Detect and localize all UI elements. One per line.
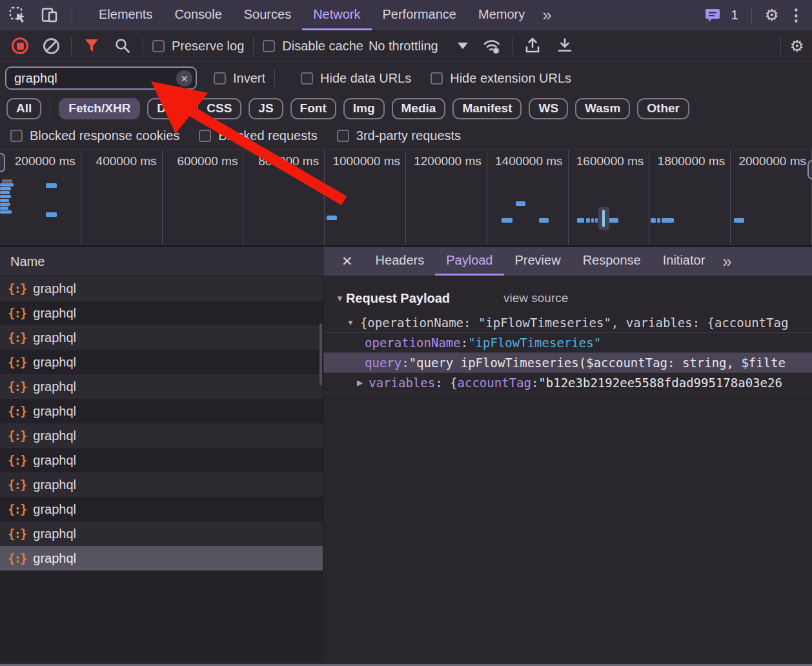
- timeline-request-bar[interactable]: [586, 218, 590, 223]
- device-toolbar-icon[interactable]: [41, 6, 59, 24]
- disable-cache-checkbox[interactable]: Disable cache: [263, 39, 363, 54]
- request-row[interactable]: {:}graphql: [0, 497, 323, 521]
- checkbox-box[interactable]: [214, 72, 226, 85]
- import-har-icon[interactable]: [522, 35, 543, 57]
- checkbox-box[interactable]: [199, 130, 211, 142]
- chip-img[interactable]: Img: [343, 98, 385, 119]
- chip-js[interactable]: JS: [249, 98, 283, 119]
- blocked-response-cookies-checkbox[interactable]: Blocked response cookies: [10, 128, 179, 143]
- details-tab-initiator[interactable]: Initiator: [652, 247, 716, 276]
- network-conditions-icon[interactable]: [481, 35, 503, 57]
- request-row[interactable]: {:}graphql: [0, 374, 323, 399]
- timeline-request-bar[interactable]: [46, 212, 57, 217]
- request-row[interactable]: {:}graphql: [0, 448, 323, 472]
- third-party-requests-checkbox[interactable]: 3rd-party requests: [337, 128, 461, 143]
- details-tab-response[interactable]: Response: [572, 247, 652, 276]
- filter-input[interactable]: graphql ✕: [5, 66, 197, 90]
- timeline-request-bar[interactable]: [327, 216, 337, 220]
- filter-funnel-icon[interactable]: [81, 35, 103, 57]
- chip-media[interactable]: Media: [392, 98, 446, 119]
- timeline-request-bar[interactable]: [2, 179, 12, 183]
- timeline-request-bar[interactable]: [734, 218, 744, 223]
- timeline-request-bar[interactable]: [591, 218, 594, 223]
- request-row[interactable]: {:}graphql: [0, 301, 323, 325]
- tab-network[interactable]: Network: [302, 0, 371, 30]
- tab-memory[interactable]: Memory: [467, 0, 536, 30]
- timeline-request-bar[interactable]: [657, 218, 660, 223]
- details-tab-preview[interactable]: Preview: [504, 247, 572, 276]
- tab-console[interactable]: Console: [163, 0, 232, 30]
- chip-other[interactable]: Other: [637, 98, 689, 119]
- chip-all[interactable]: All: [6, 98, 41, 119]
- overview-right-grip[interactable]: [807, 160, 812, 179]
- issues-icon[interactable]: [705, 8, 722, 23]
- expanded-disclosure-icon[interactable]: ▼: [347, 318, 354, 327]
- request-row[interactable]: {:}graphql: [0, 521, 323, 546]
- name-column-header[interactable]: Name: [0, 247, 323, 276]
- request-payload-disclosure-icon[interactable]: ▼: [336, 294, 344, 303]
- network-settings-gear-icon[interactable]: ⚙: [790, 38, 804, 54]
- blocked-requests-checkbox[interactable]: Blocked requests: [199, 128, 317, 143]
- preserve-log-checkbox[interactable]: Preserve log: [152, 39, 244, 54]
- checkbox-box[interactable]: [301, 72, 313, 85]
- checkbox-box[interactable]: [152, 40, 165, 52]
- timeline-request-bar[interactable]: [516, 201, 525, 206]
- chip-css[interactable]: CSS: [197, 98, 241, 119]
- checkbox-box[interactable]: [431, 72, 443, 85]
- chip-font[interactable]: Font: [290, 98, 336, 119]
- more-menu-icon[interactable]: ⋮: [788, 7, 804, 23]
- chip-wasm[interactable]: Wasm: [575, 98, 630, 119]
- timeline-request-bar[interactable]: [0, 187, 11, 190]
- hide-extension-urls-checkbox[interactable]: Hide extension URLs: [431, 71, 571, 86]
- timeline-request-bar[interactable]: [46, 183, 57, 188]
- request-row[interactable]: {:}graphql: [0, 350, 323, 374]
- search-icon[interactable]: [112, 35, 134, 57]
- details-tab-headers[interactable]: Headers: [365, 247, 436, 276]
- tab-elements[interactable]: Elements: [88, 0, 163, 30]
- chip-ws[interactable]: WS: [529, 98, 568, 119]
- timeline-request-bar[interactable]: [0, 199, 9, 202]
- close-details-icon[interactable]: ✕: [335, 247, 360, 276]
- request-row[interactable]: {:}graphql: [0, 399, 323, 423]
- checkbox-box[interactable]: [10, 130, 23, 142]
- timeline-request-bar[interactable]: [0, 183, 14, 187]
- checkbox-box[interactable]: [263, 40, 275, 52]
- request-row[interactable]: {:}graphql: [0, 546, 323, 570]
- payload-line[interactable]: operationName: "ipFlowTimeseries": [323, 332, 812, 352]
- timeline-request-bar[interactable]: [595, 218, 598, 223]
- throttling-dropdown[interactable]: No throttling: [369, 39, 468, 54]
- collapsed-disclosure-icon[interactable]: ▶: [357, 378, 363, 387]
- checkbox-box[interactable]: [337, 130, 349, 142]
- overview-left-grip[interactable]: [0, 153, 5, 172]
- payload-line[interactable]: ▶variables: {accountTag: "b12e3b2192ee55…: [323, 372, 812, 392]
- clear-filter-icon[interactable]: ✕: [176, 70, 192, 86]
- panel-overflow-tabs-icon[interactable]: »: [536, 0, 558, 30]
- timeline-request-bar[interactable]: [502, 218, 513, 223]
- record-network-log-button[interactable]: [9, 35, 31, 57]
- settings-gear-icon[interactable]: ⚙: [765, 7, 779, 23]
- clear-network-log-button[interactable]: [40, 35, 62, 57]
- tab-sources[interactable]: Sources: [233, 0, 302, 30]
- chip-fetch-xhr[interactable]: Fetch/XHR: [59, 98, 140, 119]
- requests-scrollbar[interactable]: [320, 323, 322, 385]
- invert-checkbox[interactable]: Invert: [214, 71, 265, 86]
- timeline-request-bar[interactable]: [0, 210, 12, 214]
- view-source-link[interactable]: view source: [503, 291, 568, 305]
- timeline-request-bar[interactable]: [0, 203, 10, 206]
- export-har-icon[interactable]: [554, 35, 576, 57]
- timeline-request-bar[interactable]: [577, 218, 584, 223]
- chip-manifest[interactable]: Manifest: [452, 98, 522, 119]
- payload-line[interactable]: query: "query ipFlowTimeseries($accountT…: [323, 352, 812, 372]
- timeline-request-bar[interactable]: [0, 195, 11, 198]
- timeline-request-bar[interactable]: [651, 218, 656, 223]
- inspect-element-icon[interactable]: [9, 6, 26, 24]
- details-overflow-tabs-icon[interactable]: »: [716, 247, 738, 276]
- request-row[interactable]: {:}graphql: [0, 276, 323, 301]
- timeline-request-bar[interactable]: [662, 218, 674, 223]
- hide-data-urls-checkbox[interactable]: Hide data URLs: [301, 71, 411, 86]
- timeline-request-bar[interactable]: [0, 207, 8, 210]
- network-overview-timeline[interactable]: 200000 ms400000 ms600000 ms800000 ms1000…: [0, 150, 812, 247]
- chip-doc[interactable]: Doc: [147, 98, 190, 119]
- details-tab-payload[interactable]: Payload: [435, 247, 503, 276]
- timeline-request-bar[interactable]: [0, 191, 10, 194]
